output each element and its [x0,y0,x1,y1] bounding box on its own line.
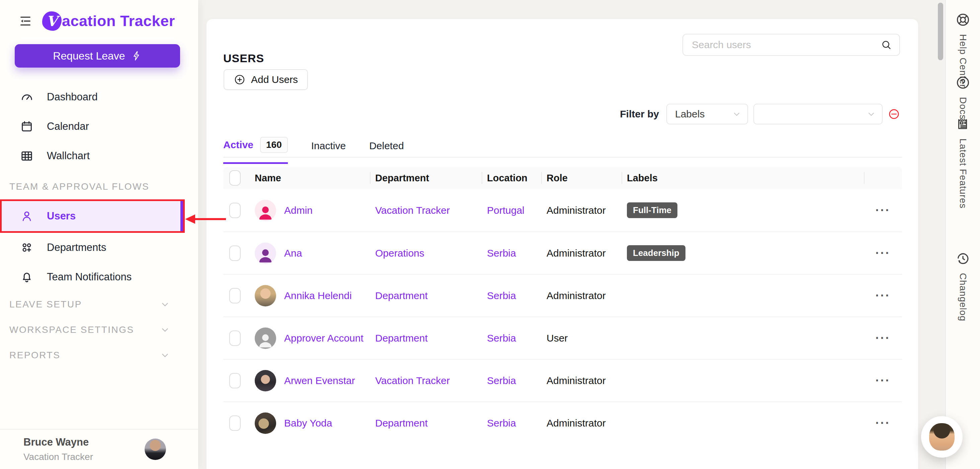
chevron-down-icon [733,110,741,118]
table-body: Admin Vacation Tracker Portugal Administ… [223,189,902,444]
sidebar-item-calendar[interactable]: Calendar [0,112,198,141]
add-users-button[interactable]: Add Users [224,69,308,90]
department-link[interactable]: Department [375,418,428,429]
rail-item-changelog[interactable]: Changelog [946,251,980,321]
sidebar-item-users-active[interactable]: Users [0,199,185,233]
plus-circle-icon [234,73,246,86]
row-checkbox[interactable] [229,373,241,388]
section-label-text: WORKSPACE SETTINGS [10,324,134,335]
sidebar-item-team-notifications[interactable]: Team Notifications [0,262,198,292]
sidebar: Vacation Tracker Request Leave Dashboard [0,0,198,469]
user-name-link[interactable]: Approver Account [284,332,363,344]
column-header-department: Department [370,167,482,189]
page-title: USERS [223,52,264,65]
location-link[interactable]: Serbia [487,290,516,301]
add-users-label: Add Users [251,74,298,85]
row-actions-icon[interactable]: ··· [876,420,891,426]
lifebuoy-icon [955,12,970,27]
department-link[interactable]: Department [375,290,428,301]
user-icon [20,210,33,223]
table-row: Approver Account Department Serbia User … [223,316,902,359]
tab-label: Active [223,139,253,151]
table-header-row: Name Department Location Role Labels [223,167,902,189]
sidebar-item-departments[interactable]: Departments [0,233,198,262]
row-actions-icon[interactable]: ··· [876,335,891,342]
filter-by-label: Filter by [620,108,659,120]
row-actions-icon[interactable]: ··· [876,250,891,257]
row-checkbox[interactable] [229,288,241,304]
scrollbar-thumb[interactable] [938,3,943,60]
bell-icon [20,270,33,284]
row-checkbox[interactable] [229,415,241,431]
row-actions-icon[interactable]: ··· [876,293,891,299]
user-name-link[interactable]: Admin [284,205,313,216]
user-avatar [255,370,276,391]
row-checkbox[interactable] [229,203,241,218]
remove-filter-icon[interactable] [888,108,900,120]
tab-active[interactable]: Active 160 [223,137,288,164]
request-leave-button[interactable]: Request Leave [15,44,180,68]
chat-widget-avatar[interactable] [921,416,963,458]
role-text: User [547,332,568,343]
role-text: Administrator [547,205,606,216]
sidebar-item-dashboard[interactable]: Dashboard [0,82,198,112]
row-actions-icon[interactable]: ··· [876,377,891,384]
sidebar-item-label: Users [47,210,76,222]
avatar[interactable] [145,439,166,460]
user-name-link[interactable]: Ana [284,248,302,259]
tab-deleted[interactable]: Deleted [369,137,404,164]
status-tabs: Active 160 Inactive Deleted [223,137,404,164]
location-link[interactable]: Serbia [487,248,516,259]
filter-value-select[interactable] [753,104,883,124]
sidebar-item-label: Wallchart [47,150,90,162]
section-workspace-settings[interactable]: WORKSPACE SETTINGS [0,317,198,343]
search-input[interactable] [692,39,881,51]
select-all-checkbox[interactable] [229,170,241,186]
location-link[interactable]: Serbia [487,418,516,429]
filter-type-select[interactable]: Labels [667,104,748,124]
profile-name: Bruce Wayne [24,436,93,448]
profile-section[interactable]: Bruce Wayne Vacation Tracker [0,429,198,469]
location-link[interactable]: Serbia [487,375,516,386]
department-link[interactable]: Vacation Tracker [375,205,450,216]
location-link[interactable]: Portugal [487,205,525,216]
department-link[interactable]: Operations [375,248,425,259]
app-logo[interactable]: Vacation Tracker [42,11,175,31]
sidebar-item-label: Departments [47,242,106,254]
rail-item-latest-features[interactable]: Latest Features [946,116,980,209]
tab-label: Inactive [311,140,346,151]
sidebar-item-wallchart[interactable]: Wallchart [0,141,198,171]
column-header-name: Name [249,167,370,189]
sidebar-nav: Dashboard Calendar Wallchart TEAM & APPR… [0,82,198,368]
chevron-down-icon [161,326,169,334]
search-users-box [682,34,900,56]
section-label-text: LEAVE SETUP [10,299,82,310]
logo-text: acation Tracker [62,13,175,30]
filter-type-value: Labels [675,108,705,120]
section-reports[interactable]: REPORTS [0,343,198,368]
menu-fold-icon[interactable] [19,14,32,28]
chevron-down-icon [161,351,169,359]
department-link[interactable]: Department [375,332,428,343]
column-header-actions [864,167,902,189]
sidebar-item-label: Dashboard [47,91,98,103]
sidebar-item-label: Team Notifications [47,271,132,283]
chevron-down-icon [161,300,169,309]
user-avatar [255,285,276,307]
search-icon[interactable] [881,39,892,51]
location-link[interactable]: Serbia [487,332,516,343]
department-link[interactable]: Vacation Tracker [375,375,450,386]
logo-v-icon: V [42,11,62,31]
rail-item-docs[interactable]: Docs [946,75,980,120]
role-text: Administrator [547,375,606,386]
tab-inactive[interactable]: Inactive [311,137,346,164]
label-badge: Leadership [627,245,686,261]
section-leave-setup[interactable]: LEAVE SETUP [0,292,198,317]
row-checkbox[interactable] [229,331,241,346]
rail-item-label: Changelog [958,273,968,321]
user-name-link[interactable]: Arwen Evenstar [284,375,355,386]
row-checkbox[interactable] [229,246,241,261]
user-name-link[interactable]: Baby Yoda [284,418,332,429]
user-name-link[interactable]: Annika Helendi [284,290,352,301]
row-actions-icon[interactable]: ··· [876,207,891,214]
